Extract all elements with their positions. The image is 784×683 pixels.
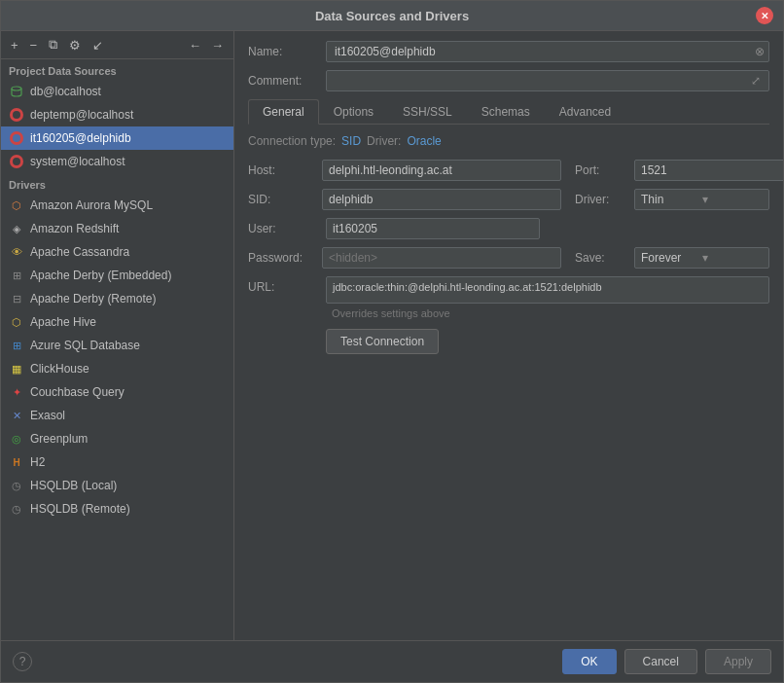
sid-label: SID: [248, 193, 316, 206]
add-button[interactable]: + [7, 36, 22, 54]
title-bar: Data Sources and Drivers ✕ [1, 1, 783, 31]
user-row: User: [248, 218, 769, 239]
tabs: General Options SSH/SSL Schemas Advanced [248, 99, 769, 125]
port-label: Port: [575, 163, 628, 177]
project-section-label: Project Data Sources [1, 59, 233, 80]
url-value[interactable]: jdbc:oracle:thin:@delphi.htl-leonding.ac… [326, 276, 769, 304]
sid-col: SID: [248, 189, 561, 210]
host-col: Host: [248, 160, 561, 181]
test-connection-button[interactable]: Test Connection [326, 329, 439, 354]
user-label: User: [248, 222, 326, 235]
comment-input[interactable] [331, 71, 747, 90]
greenplum-icon: ◎ [9, 431, 24, 447]
list-item[interactable]: ✕ Exasol [1, 404, 233, 427]
list-item[interactable]: ✦ Couchbase Query [1, 380, 233, 404]
sid-input[interactable] [322, 189, 561, 210]
close-button[interactable]: ✕ [756, 7, 773, 24]
list-item[interactable]: ◎ Greenplum [1, 427, 233, 450]
list-item[interactable]: ⬡ Apache Hive [1, 310, 233, 334]
list-item[interactable]: ⊞ Azure SQL Database [1, 334, 233, 357]
main-content: + − ⧉ ⚙ ↙ ← → Project Data Sources db@lo… [1, 31, 783, 640]
list-item[interactable]: H H2 [1, 450, 233, 474]
import-button[interactable]: ↙ [89, 36, 107, 54]
hsqldb-local-icon: ◷ [9, 478, 24, 493]
right-panel: Name: ⊗ Comment: ⤢ General Options SSH/S… [234, 31, 783, 640]
list-item-selected[interactable]: it160205@delphidb [1, 126, 233, 150]
cassandra-icon: 👁 [9, 244, 24, 260]
help-button[interactable]: ? [13, 652, 32, 671]
connection-type-row: Connection type: SID Driver: Oracle [248, 134, 769, 148]
name-input[interactable] [331, 42, 755, 61]
expand-comment-button[interactable]: ⤢ [747, 72, 765, 90]
list-item[interactable]: 👁 Apache Cassandra [1, 240, 233, 264]
list-item[interactable]: ▦ ClickHouse [1, 357, 233, 380]
list-item[interactable]: system@localhost [1, 150, 233, 173]
save-select-value: Forever [641, 251, 702, 265]
save-dropdown-arrow-icon: ▾ [702, 251, 764, 265]
list-item-label: Apache Derby (Embedded) [30, 269, 171, 282]
host-label: Host: [248, 163, 316, 177]
tab-advanced[interactable]: Advanced [545, 99, 625, 124]
host-input[interactable] [322, 160, 561, 181]
oracle-icon [9, 130, 24, 146]
apply-button[interactable]: Apply [705, 649, 771, 674]
name-row: Name: ⊗ [248, 41, 769, 62]
azure-icon: ⊞ [9, 338, 24, 353]
ct-label: Connection type: [248, 134, 336, 148]
cancel-button[interactable]: Cancel [624, 649, 697, 674]
list-item[interactable]: ⊟ Apache Derby (Remote) [1, 287, 233, 310]
dialog: Data Sources and Drivers ✕ + − ⧉ ⚙ ↙ ← →… [0, 0, 784, 683]
left-list: Project Data Sources db@localhost deptem… [1, 59, 233, 640]
url-label: URL: [248, 276, 326, 294]
list-item-label: Amazon Redshift [30, 222, 119, 235]
list-item[interactable]: ◈ Amazon Redshift [1, 217, 233, 240]
list-item[interactable]: deptemp@localhost [1, 103, 233, 126]
derby-embedded-icon: ⊞ [9, 268, 24, 283]
driver-select-value: Thin [641, 193, 702, 206]
remove-button[interactable]: − [26, 36, 42, 54]
tab-general[interactable]: General [248, 99, 319, 125]
driver-field-label: Driver: [575, 193, 628, 206]
list-item-label: it160205@delphidb [30, 131, 131, 145]
dropdown-arrow-icon: ▾ [702, 193, 764, 206]
tab-schemas[interactable]: Schemas [467, 99, 545, 124]
driver-ct-label: Driver: [367, 134, 401, 148]
h2-icon: H [9, 454, 24, 470]
redshift-icon: ◈ [9, 221, 24, 236]
list-item[interactable]: db@localhost [1, 80, 233, 103]
clear-icon[interactable]: ⊗ [755, 45, 765, 58]
tab-sshssl[interactable]: SSH/SSL [388, 99, 467, 124]
hive-icon: ⬡ [9, 314, 24, 330]
settings-button[interactable]: ⚙ [65, 36, 85, 54]
password-save-row: Password: Save: Forever ▾ [248, 247, 769, 269]
save-select[interactable]: Forever ▾ [634, 247, 769, 269]
list-item-label: H2 [30, 455, 45, 469]
list-item[interactable]: ◷ HSQLDB (Remote) [1, 497, 233, 521]
driver-select[interactable]: Thin ▾ [634, 189, 769, 210]
tab-options[interactable]: Options [319, 99, 388, 124]
hsqldb-remote-icon: ◷ [9, 501, 24, 517]
user-input[interactable] [326, 218, 540, 239]
driver-ct-value: Oracle [407, 134, 441, 148]
derby-remote-icon: ⊟ [9, 291, 24, 306]
save-col: Save: Forever ▾ [575, 247, 769, 269]
list-item-label: Azure SQL Database [30, 339, 140, 352]
password-label: Password: [248, 251, 316, 265]
list-item[interactable]: ◷ HSQLDB (Local) [1, 474, 233, 497]
drivers-section-label: Drivers [1, 173, 233, 194]
port-input[interactable] [634, 160, 783, 181]
nav-buttons: ← → [185, 36, 228, 54]
password-input[interactable] [322, 247, 561, 269]
name-input-wrapper: ⊗ [326, 41, 769, 62]
list-item-label: HSQLDB (Remote) [30, 502, 130, 516]
oracle-icon [9, 154, 24, 169]
ok-button[interactable]: OK [562, 649, 616, 674]
nav-forward-button[interactable]: → [207, 36, 228, 54]
duplicate-button[interactable]: ⧉ [45, 35, 61, 54]
list-item[interactable]: ⊞ Apache Derby (Embedded) [1, 264, 233, 287]
list-item[interactable]: ⬡ Amazon Aurora MySQL [1, 194, 233, 217]
password-col: Password: [248, 247, 561, 269]
port-col: Port: [575, 160, 769, 181]
aurora-icon: ⬡ [9, 198, 24, 213]
nav-back-button[interactable]: ← [185, 36, 205, 54]
